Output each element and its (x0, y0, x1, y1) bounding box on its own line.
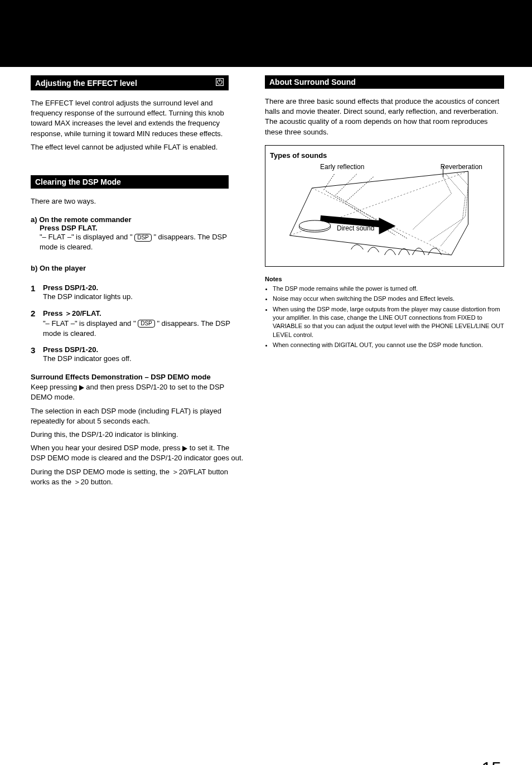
demo-line1: Keep pressing and then press DSP/1-20 to… (31, 382, 245, 402)
knob-icon (215, 78, 224, 88)
effect-p1: The EFFECT level control adjusts the sur… (31, 98, 245, 139)
section-header-clearing: Clearing the DSP Mode (31, 175, 229, 189)
demo-heading: Surround Effects Demonstration – DSP DEM… (31, 373, 245, 381)
option-a: a) On the remote commander Press DSP FLA… (31, 215, 245, 252)
main-content: Adjusting the EFFECT level The EFFECT le… (0, 67, 532, 490)
step-1: 1 Press DSP/1-20. The DSP indicator ligh… (31, 283, 245, 302)
demo-l1a: Keep pressing (31, 383, 79, 391)
play-icon (182, 446, 187, 451)
left-column: Adjusting the EFFECT level The EFFECT le… (31, 75, 245, 490)
svg-point-7 (299, 220, 331, 230)
notes-list: The DSP mode remains while the power is … (265, 285, 504, 350)
step-1-text: The DSP indicator lights up. (43, 292, 245, 302)
option-a-pre: "– FLAT –" is displayed and " (40, 233, 133, 241)
section-header-about: About Surround Sound (265, 75, 504, 89)
clearing-intro: There are two ways. (31, 196, 245, 206)
option-a-label: a) On the remote commander (31, 215, 132, 224)
demo-l4a: When you hear your desired DSP mode, pre… (31, 444, 182, 452)
step-2-text: "– FLAT –" is displayed and " DSP " disa… (43, 319, 245, 339)
label-direct: Direct sound (337, 224, 374, 232)
label-early: Early reflection (320, 163, 364, 171)
dsp-button-icon: DSP (138, 320, 155, 328)
section-header-effect: Adjusting the EFFECT level (31, 75, 229, 90)
svg-marker-5 (379, 218, 396, 234)
types-diagram: Early reflection Reverberation Direct so… (270, 163, 499, 261)
step-2-pre: "– FLAT –" is displayed and " (43, 319, 138, 328)
step-3: 3 Press DSP/1-20. The DSP indicator goes… (31, 345, 245, 364)
note-item: When using the DSP mode, large outputs f… (273, 305, 504, 340)
step-3-bold: Press DSP/1-20. (43, 345, 245, 354)
effect-p2: The effect level cannot be adjusted whil… (31, 142, 245, 152)
option-b: b) On the player (31, 264, 245, 272)
section-title-about: About Surround Sound (269, 78, 356, 86)
about-intro: There are three basic sound effects that… (265, 97, 504, 137)
step-1-bold: Press DSP/1-20. (43, 283, 245, 292)
types-title: Types of sounds (270, 151, 499, 160)
section-title-effect: Adjusting the EFFECT level (35, 79, 137, 88)
note-item: The DSP mode remains while the power is … (273, 285, 504, 293)
demo-line3: During this, the DSP/1-20 indicator is b… (31, 430, 245, 440)
option-a-bold: Press DSP FLAT. (40, 224, 245, 232)
step-1-num: 1 (31, 283, 43, 302)
page-number: 15 (0, 490, 532, 765)
option-b-label: b) On the player (31, 264, 86, 272)
step-2-bold: Press ＞20/FLAT. (43, 309, 245, 319)
note-item: Noise may occur when switching the DSP m… (273, 295, 504, 303)
option-a-text: "– FLAT –" is displayed and " DSP " disa… (40, 233, 227, 251)
note-item: When connecting with DIGITAL OUT, you ca… (273, 341, 504, 349)
types-box: Types of sounds Early reflection Reverbe… (265, 145, 504, 267)
dsp-button-icon: DSP (134, 234, 152, 242)
demo-line4: When you hear your desired DSP mode, pre… (31, 443, 245, 463)
right-column: About Surround Sound There are three bas… (265, 75, 504, 490)
top-black-bar (0, 0, 532, 67)
step-2: 2 Press ＞20/FLAT. "– FLAT –" is displaye… (31, 309, 245, 339)
step-2-num: 2 (31, 309, 43, 339)
label-reverb: Reverberation (441, 163, 482, 171)
room-diagram-svg (270, 163, 499, 261)
step-3-text: The DSP indicator goes off. (43, 354, 245, 364)
notes-heading: Notes (265, 276, 504, 282)
demo-line2: The selection in each DSP mode (includin… (31, 406, 245, 426)
play-icon (79, 385, 84, 391)
step-3-num: 3 (31, 345, 43, 364)
section-title-clearing: Clearing the DSP Mode (35, 177, 121, 186)
demo-line5: During the DSP DEMO mode is setting, the… (31, 467, 245, 487)
